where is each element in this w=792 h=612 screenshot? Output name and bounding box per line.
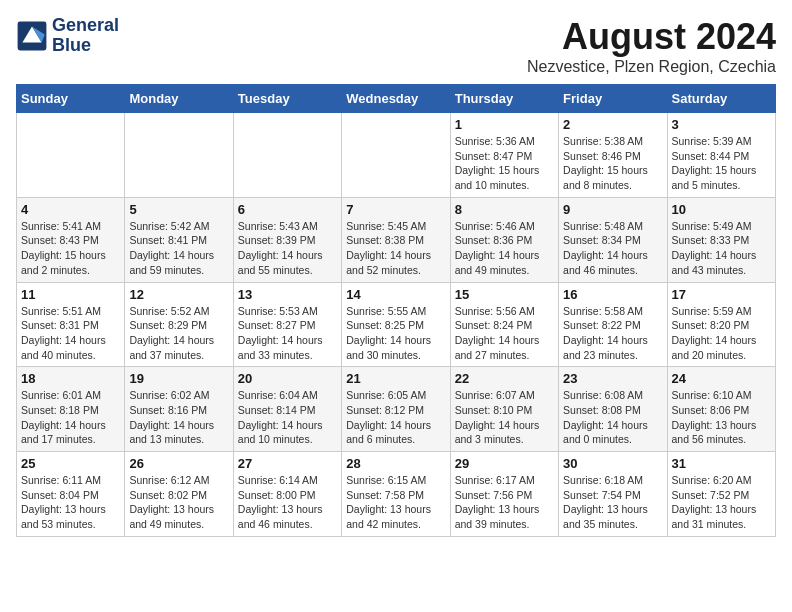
day-info: Sunrise: 5:43 AM Sunset: 8:39 PM Dayligh…: [238, 219, 337, 278]
calendar-cell: 20Sunrise: 6:04 AM Sunset: 8:14 PM Dayli…: [233, 367, 341, 452]
day-number: 10: [672, 202, 771, 217]
calendar-cell: 24Sunrise: 6:10 AM Sunset: 8:06 PM Dayli…: [667, 367, 775, 452]
calendar-cell: 18Sunrise: 6:01 AM Sunset: 8:18 PM Dayli…: [17, 367, 125, 452]
calendar-cell: 21Sunrise: 6:05 AM Sunset: 8:12 PM Dayli…: [342, 367, 450, 452]
calendar-cell: 17Sunrise: 5:59 AM Sunset: 8:20 PM Dayli…: [667, 282, 775, 367]
calendar-day-header: Thursday: [450, 85, 558, 113]
day-info: Sunrise: 5:56 AM Sunset: 8:24 PM Dayligh…: [455, 304, 554, 363]
day-info: Sunrise: 6:15 AM Sunset: 7:58 PM Dayligh…: [346, 473, 445, 532]
logo-icon: [16, 20, 48, 52]
day-number: 7: [346, 202, 445, 217]
calendar-cell: 16Sunrise: 5:58 AM Sunset: 8:22 PM Dayli…: [559, 282, 667, 367]
calendar-cell: 15Sunrise: 5:56 AM Sunset: 8:24 PM Dayli…: [450, 282, 558, 367]
day-info: Sunrise: 6:02 AM Sunset: 8:16 PM Dayligh…: [129, 388, 228, 447]
calendar-week-row: 11Sunrise: 5:51 AM Sunset: 8:31 PM Dayli…: [17, 282, 776, 367]
calendar-cell: 31Sunrise: 6:20 AM Sunset: 7:52 PM Dayli…: [667, 452, 775, 537]
day-info: Sunrise: 5:55 AM Sunset: 8:25 PM Dayligh…: [346, 304, 445, 363]
day-number: 9: [563, 202, 662, 217]
day-info: Sunrise: 5:59 AM Sunset: 8:20 PM Dayligh…: [672, 304, 771, 363]
calendar-cell: 2Sunrise: 5:38 AM Sunset: 8:46 PM Daylig…: [559, 113, 667, 198]
day-info: Sunrise: 6:18 AM Sunset: 7:54 PM Dayligh…: [563, 473, 662, 532]
calendar-cell: [17, 113, 125, 198]
day-info: Sunrise: 5:49 AM Sunset: 8:33 PM Dayligh…: [672, 219, 771, 278]
day-info: Sunrise: 6:20 AM Sunset: 7:52 PM Dayligh…: [672, 473, 771, 532]
day-number: 14: [346, 287, 445, 302]
day-info: Sunrise: 5:45 AM Sunset: 8:38 PM Dayligh…: [346, 219, 445, 278]
day-info: Sunrise: 6:08 AM Sunset: 8:08 PM Dayligh…: [563, 388, 662, 447]
day-info: Sunrise: 5:48 AM Sunset: 8:34 PM Dayligh…: [563, 219, 662, 278]
day-number: 5: [129, 202, 228, 217]
day-number: 19: [129, 371, 228, 386]
calendar-day-header: Friday: [559, 85, 667, 113]
calendar-cell: 1Sunrise: 5:36 AM Sunset: 8:47 PM Daylig…: [450, 113, 558, 198]
day-number: 15: [455, 287, 554, 302]
day-number: 16: [563, 287, 662, 302]
calendar-cell: 23Sunrise: 6:08 AM Sunset: 8:08 PM Dayli…: [559, 367, 667, 452]
day-info: Sunrise: 6:12 AM Sunset: 8:02 PM Dayligh…: [129, 473, 228, 532]
day-info: Sunrise: 5:53 AM Sunset: 8:27 PM Dayligh…: [238, 304, 337, 363]
calendar-week-row: 1Sunrise: 5:36 AM Sunset: 8:47 PM Daylig…: [17, 113, 776, 198]
day-info: Sunrise: 6:07 AM Sunset: 8:10 PM Dayligh…: [455, 388, 554, 447]
day-number: 12: [129, 287, 228, 302]
page-header: General Blue August 2024 Nezvestice, Plz…: [16, 16, 776, 76]
day-info: Sunrise: 5:39 AM Sunset: 8:44 PM Dayligh…: [672, 134, 771, 193]
calendar-cell: 8Sunrise: 5:46 AM Sunset: 8:36 PM Daylig…: [450, 197, 558, 282]
calendar-day-header: Monday: [125, 85, 233, 113]
calendar-day-header: Sunday: [17, 85, 125, 113]
calendar-cell: 14Sunrise: 5:55 AM Sunset: 8:25 PM Dayli…: [342, 282, 450, 367]
calendar-cell: 5Sunrise: 5:42 AM Sunset: 8:41 PM Daylig…: [125, 197, 233, 282]
day-number: 1: [455, 117, 554, 132]
day-number: 3: [672, 117, 771, 132]
logo: General Blue: [16, 16, 119, 56]
day-info: Sunrise: 6:11 AM Sunset: 8:04 PM Dayligh…: [21, 473, 120, 532]
day-number: 17: [672, 287, 771, 302]
day-info: Sunrise: 5:38 AM Sunset: 8:46 PM Dayligh…: [563, 134, 662, 193]
calendar-cell: 6Sunrise: 5:43 AM Sunset: 8:39 PM Daylig…: [233, 197, 341, 282]
day-number: 29: [455, 456, 554, 471]
day-number: 31: [672, 456, 771, 471]
calendar-cell: 4Sunrise: 5:41 AM Sunset: 8:43 PM Daylig…: [17, 197, 125, 282]
title-section: August 2024 Nezvestice, Plzen Region, Cz…: [527, 16, 776, 76]
calendar-cell: 29Sunrise: 6:17 AM Sunset: 7:56 PM Dayli…: [450, 452, 558, 537]
day-number: 22: [455, 371, 554, 386]
day-info: Sunrise: 6:05 AM Sunset: 8:12 PM Dayligh…: [346, 388, 445, 447]
day-info: Sunrise: 6:01 AM Sunset: 8:18 PM Dayligh…: [21, 388, 120, 447]
day-number: 21: [346, 371, 445, 386]
calendar-cell: 26Sunrise: 6:12 AM Sunset: 8:02 PM Dayli…: [125, 452, 233, 537]
page-title: August 2024: [527, 16, 776, 58]
calendar-cell: 25Sunrise: 6:11 AM Sunset: 8:04 PM Dayli…: [17, 452, 125, 537]
day-number: 27: [238, 456, 337, 471]
day-info: Sunrise: 5:42 AM Sunset: 8:41 PM Dayligh…: [129, 219, 228, 278]
day-info: Sunrise: 5:41 AM Sunset: 8:43 PM Dayligh…: [21, 219, 120, 278]
day-number: 13: [238, 287, 337, 302]
day-number: 24: [672, 371, 771, 386]
logo-text: General Blue: [52, 16, 119, 56]
day-number: 4: [21, 202, 120, 217]
day-info: Sunrise: 6:10 AM Sunset: 8:06 PM Dayligh…: [672, 388, 771, 447]
day-number: 23: [563, 371, 662, 386]
day-number: 6: [238, 202, 337, 217]
day-number: 18: [21, 371, 120, 386]
calendar-cell: 12Sunrise: 5:52 AM Sunset: 8:29 PM Dayli…: [125, 282, 233, 367]
day-number: 11: [21, 287, 120, 302]
day-number: 25: [21, 456, 120, 471]
calendar-cell: 19Sunrise: 6:02 AM Sunset: 8:16 PM Dayli…: [125, 367, 233, 452]
calendar-cell: 22Sunrise: 6:07 AM Sunset: 8:10 PM Dayli…: [450, 367, 558, 452]
calendar-table: SundayMondayTuesdayWednesdayThursdayFrid…: [16, 84, 776, 537]
page-subtitle: Nezvestice, Plzen Region, Czechia: [527, 58, 776, 76]
calendar-cell: 28Sunrise: 6:15 AM Sunset: 7:58 PM Dayli…: [342, 452, 450, 537]
calendar-cell: 27Sunrise: 6:14 AM Sunset: 8:00 PM Dayli…: [233, 452, 341, 537]
day-number: 30: [563, 456, 662, 471]
calendar-cell: 30Sunrise: 6:18 AM Sunset: 7:54 PM Dayli…: [559, 452, 667, 537]
calendar-cell: [125, 113, 233, 198]
day-number: 2: [563, 117, 662, 132]
day-info: Sunrise: 6:14 AM Sunset: 8:00 PM Dayligh…: [238, 473, 337, 532]
calendar-day-header: Tuesday: [233, 85, 341, 113]
day-number: 8: [455, 202, 554, 217]
day-number: 28: [346, 456, 445, 471]
calendar-cell: 9Sunrise: 5:48 AM Sunset: 8:34 PM Daylig…: [559, 197, 667, 282]
day-info: Sunrise: 5:46 AM Sunset: 8:36 PM Dayligh…: [455, 219, 554, 278]
calendar-week-row: 25Sunrise: 6:11 AM Sunset: 8:04 PM Dayli…: [17, 452, 776, 537]
calendar-header-row: SundayMondayTuesdayWednesdayThursdayFrid…: [17, 85, 776, 113]
calendar-cell: 3Sunrise: 5:39 AM Sunset: 8:44 PM Daylig…: [667, 113, 775, 198]
